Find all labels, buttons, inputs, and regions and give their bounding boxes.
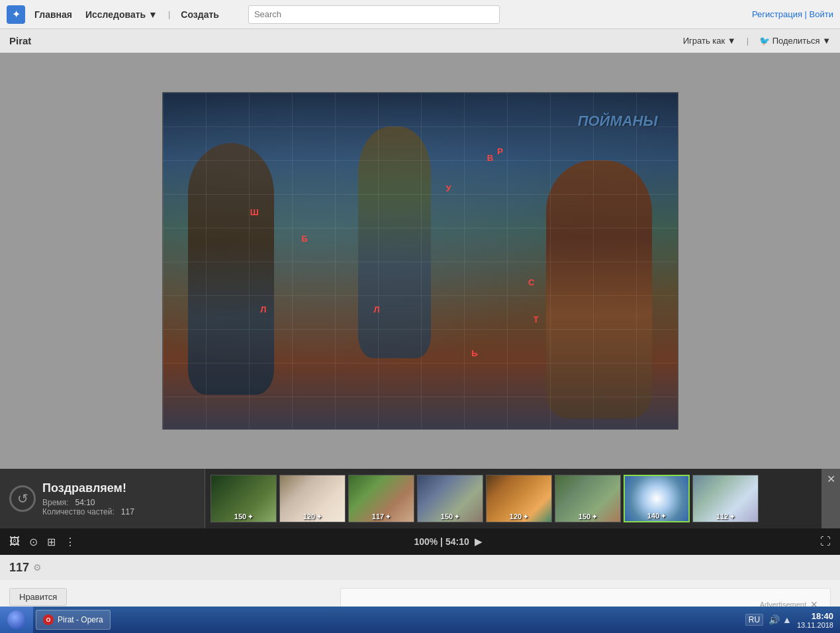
menu-button[interactable]: ⋮ (65, 536, 75, 548)
close-bar-button[interactable]: ✕ (821, 469, 840, 528)
congrats-title: Поздравляем! (42, 481, 134, 495)
puzzle-piece-sh: Ш (250, 207, 259, 217)
gear-icon[interactable]: ⚙ (33, 562, 42, 573)
taskbar-app-pirat[interactable]: O Pirat - Opera (36, 610, 111, 630)
thumb-5-count: 120✦ (487, 512, 551, 520)
thumb-8-count: 112✦ (693, 512, 758, 520)
watermark: ПОЙМAНЫ (578, 113, 658, 130)
puzzle-piece-l2: Л (373, 305, 379, 315)
taskbar-app-label: Pirat - Opera (58, 615, 103, 624)
thumbnails-strip: 150✦ 120✦ 117✦ 150✦ 120✦ (205, 469, 821, 528)
congrats-text: Поздравляем! Время: 54:10 Количество час… (42, 481, 134, 516)
puzzle-piece-t: Т (534, 315, 539, 324)
system-icons: 🔊 ▲ (769, 614, 792, 625)
puzzle-grid (163, 93, 678, 429)
register-link[interactable]: Регистрация (752, 9, 802, 19)
grid-button[interactable]: ⊞ (47, 536, 56, 548)
share-button[interactable]: 🐦 Поделиться ▼ (759, 36, 831, 46)
game-bar: ↺ Поздравляем! Время: 54:10 Количество ч… (0, 469, 840, 528)
location-button[interactable]: ⊙ (29, 536, 38, 548)
play-as-button[interactable]: Играть как ▼ (683, 36, 736, 46)
share-icon: 🐦 (759, 36, 770, 46)
thumb-3[interactable]: 117✦ (348, 475, 414, 522)
network-icon[interactable]: ▲ (782, 614, 792, 625)
nav-create[interactable]: Создать (177, 7, 223, 23)
thumb-4[interactable]: 150✦ (417, 475, 483, 522)
puzzle-piece-l: Л (260, 305, 266, 315)
fullscreen-button[interactable]: ⛶ (820, 536, 831, 548)
thumb-8[interactable]: 112✦ (692, 475, 759, 522)
main-area: Ш У В Б С Л Л Р Т Ь ПОЙМAНЫ (0, 53, 840, 469)
language-indicator[interactable]: RU (745, 614, 763, 626)
thumb-2[interactable]: 120✦ (279, 475, 346, 522)
time-label: Время: (42, 498, 68, 507)
puzzle-piece-v: В (487, 153, 493, 163)
puzzle-piece-s: С (528, 277, 534, 287)
puzzle-count: 117 (9, 561, 29, 575)
thumb-6-count: 150✦ (555, 512, 620, 520)
thumb-7[interactable]: 140✦ (624, 475, 690, 522)
title-separator: | (747, 36, 749, 46)
opera-icon: O (43, 614, 54, 625)
puzzle-piece-r: Р (497, 146, 503, 156)
puzzle-container[interactable]: Ш У В Б С Л Л Р Т Ь ПОЙМAНЫ (162, 92, 678, 430)
controls-bar: 🖼 ⊙ ⊞ ⋮ 100% | 54:10 ▶ ⛶ (0, 528, 840, 555)
nav-explore[interactable]: Исследовать ▼ (81, 7, 162, 23)
congrats-pieces: Количество частей: 117 (42, 507, 134, 516)
taskbar-right: RU 🔊 ▲ 18:40 13.11.2018 (745, 611, 840, 629)
progress-text: 100% | 54:10 (414, 536, 469, 547)
congrats-panel: ↺ Поздравляем! Время: 54:10 Количество ч… (0, 469, 205, 528)
start-button[interactable] (0, 607, 33, 633)
clock: 18:40 13.11.2018 (797, 611, 833, 629)
puzzle-piece-soft: Ь (471, 348, 477, 358)
auth-separator: | (805, 9, 810, 19)
share-label: Поделиться ▼ (772, 36, 831, 46)
auth-links: Регистрация | Войти (752, 9, 833, 19)
start-orb (7, 610, 26, 629)
thumb-6[interactable]: 150✦ (555, 475, 621, 522)
congrats-time: Время: 54:10 (42, 498, 134, 507)
logo-icon[interactable]: ✦ (7, 5, 25, 24)
image-button[interactable]: 🖼 (9, 536, 20, 548)
nav-home[interactable]: Главная (30, 7, 76, 23)
thumb-2-count: 120✦ (280, 512, 345, 520)
progress-display: 100% | 54:10 ▶ (85, 536, 811, 547)
nav-separator: | (168, 9, 170, 19)
like-button[interactable]: Нравится (9, 588, 67, 606)
thumb-1-count: 150✦ (211, 512, 276, 520)
pieces-label: Количество частей: (42, 507, 115, 516)
clock-date: 13.11.2018 (797, 621, 833, 629)
search-input[interactable] (248, 5, 500, 24)
login-link[interactable]: Войти (810, 9, 833, 19)
puzzle-piece-b: Б (302, 234, 308, 244)
taskbar: O Pirat - Opera RU 🔊 ▲ 18:40 13.11.2018 (0, 607, 840, 633)
pieces-value: 117 (121, 507, 134, 516)
volume-icon[interactable]: 🔊 (769, 614, 780, 625)
reload-button[interactable]: ↺ (9, 485, 36, 512)
puzzle-image: Ш У В Б С Л Л Р Т Ь ПОЙМAНЫ (163, 93, 678, 429)
time-value: 54:10 (75, 498, 95, 507)
thumb-1[interactable]: 150✦ (210, 475, 277, 522)
clock-time: 18:40 (797, 611, 833, 621)
page-title: Pirat (9, 35, 31, 46)
info-bar: 117 ⚙ (0, 555, 840, 580)
thumb-4-count: 150✦ (418, 512, 483, 520)
title-actions: Играть как ▼ | 🐦 Поделиться ▼ (683, 36, 831, 46)
thumb-5[interactable]: 120✦ (486, 475, 552, 522)
title-bar: Pirat Играть как ▼ | 🐦 Поделиться ▼ (0, 29, 840, 53)
top-navigation: ✦ Главная Исследовать ▼ | Создать Регист… (0, 0, 840, 29)
puzzle-piece-u: У (445, 183, 451, 193)
thumb-7-count: 140✦ (625, 512, 688, 520)
thumb-3-count: 117✦ (349, 512, 414, 520)
play-button[interactable]: ▶ (475, 536, 482, 547)
